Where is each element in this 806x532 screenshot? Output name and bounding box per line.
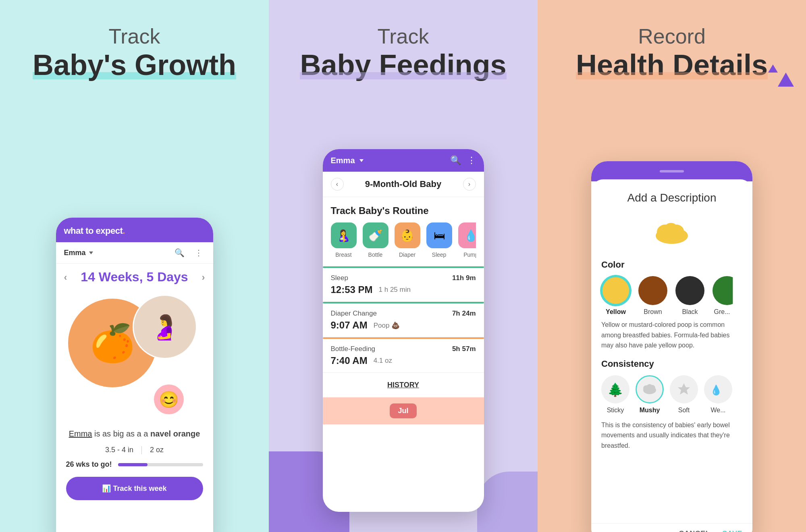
poop-icon-display — [601, 214, 742, 251]
save-button[interactable]: SAVE — [722, 530, 742, 532]
mushy-circle[interactable] — [636, 375, 664, 403]
phone-mockup-2: Emma 🔍 ⋮ ‹ 9-Month-Old Baby › Track Baby… — [323, 149, 484, 512]
bottle-button[interactable]: 🍼 Bottle — [363, 222, 388, 258]
svg-point-8 — [647, 384, 652, 389]
search-icon[interactable]: 🔍 — [173, 246, 186, 259]
weeks-progress: 26 wks to go! — [56, 460, 213, 469]
weeks-text: 14 Weeks, 5 Days — [81, 270, 188, 285]
panel2-title: Baby Feedings — [300, 48, 506, 81]
consistency-description: This is the consistency of babies' early… — [601, 420, 742, 451]
baby-illustration: 🍊 🤰 😊 — [56, 291, 213, 428]
bottle-time: 7:40 AM — [331, 355, 368, 366]
diaper-label: Diaper Change — [331, 310, 377, 318]
sleep-tracker-item: Sleep 11h 9m 12:53 PM 1 h 25 min — [323, 268, 484, 302]
diaper-time: 9:07 AM — [331, 320, 368, 331]
color-option-green[interactable]: Gre... — [713, 276, 731, 316]
diaper-detail: Poop 💩 — [374, 321, 400, 330]
diaper-button[interactable]: 👶 Diaper — [395, 222, 420, 258]
color-option-black[interactable]: Black — [675, 276, 704, 316]
panel-growth: Track Baby's Growth what to expect. Emma… — [0, 0, 269, 532]
sleep-time: 12:53 PM — [331, 284, 373, 295]
health-card: Add a Description Color Yellow — [591, 179, 752, 523]
progress-bar-background — [118, 463, 203, 466]
app-header: what to expect. — [56, 218, 213, 242]
yellow-color-circle[interactable] — [601, 276, 630, 305]
chevron-down-icon — [359, 159, 364, 162]
calendar-section: Jul — [323, 397, 484, 424]
more-options-icon[interactable]: ⋮ — [192, 246, 205, 259]
color-option-yellow[interactable]: Yellow — [601, 276, 630, 316]
measurements: 3.5 - 4 in 2 oz — [56, 446, 213, 454]
user-dropdown[interactable]: Emma — [64, 249, 93, 257]
cancel-button[interactable]: CANCEL — [679, 530, 710, 532]
consistency-options: 🌲 Sticky Mushy — [601, 375, 742, 414]
progress-bar-fill — [118, 463, 148, 466]
panel3-header: Record Health Details — [576, 24, 768, 81]
prev-week-button[interactable]: ‹ — [64, 272, 67, 283]
prev-page-button[interactable]: ‹ — [331, 178, 344, 191]
bottle-duration: 5h 57m — [452, 345, 476, 353]
baby-photo: 🤰 — [133, 295, 197, 359]
svg-marker-9 — [678, 383, 690, 395]
more-icon[interactable]: ⋮ — [467, 155, 476, 166]
panel1-track-label: Track — [33, 24, 236, 48]
search-icon[interactable]: 🔍 — [450, 155, 461, 166]
panel-health: Record Health Details Add a Description — [538, 0, 806, 532]
phone3-footer: CANCEL SAVE — [591, 523, 752, 532]
phone2-user[interactable]: Emma — [331, 156, 364, 165]
sleep-detail: 1 h 25 min — [379, 286, 411, 294]
triangle-decoration-2 — [768, 64, 778, 73]
history-link[interactable]: HISTORY — [323, 373, 484, 397]
notch — [660, 170, 684, 172]
phone-sub-header: Emma 🔍 ⋮ — [56, 242, 213, 264]
consistency-sticky[interactable]: 🌲 Sticky — [601, 375, 629, 414]
phone-mockup-1: what to expect. Emma 🔍 ⋮ ‹ 14 Weeks, 5 D… — [56, 218, 213, 532]
tracker-section: Sleep 11h 9m 12:53 PM 1 h 25 min Diaper … — [323, 266, 484, 373]
routine-title: Track Baby's Routine — [331, 205, 476, 216]
next-week-button[interactable]: › — [202, 272, 205, 283]
svg-text:💧: 💧 — [710, 384, 722, 396]
app-logo: what to expect. — [64, 226, 205, 236]
sleep-button[interactable]: 🛏 Sleep — [426, 222, 452, 258]
phone-mockup-3: Add a Description Color Yellow — [591, 161, 752, 532]
purple-blob-right — [477, 472, 538, 532]
panel3-record-label: Record — [576, 24, 768, 48]
breast-button[interactable]: 🤱 Breast — [331, 222, 357, 258]
baby-face-icon: 😊 — [153, 383, 185, 416]
black-color-circle[interactable] — [675, 276, 704, 305]
phone2-nav: ‹ 9-Month-Old Baby › — [323, 172, 484, 197]
weeks-display: ‹ 14 Weeks, 5 Days › — [56, 264, 213, 291]
panel2-track-label: Track — [300, 24, 506, 48]
triangle-decoration-1 — [778, 73, 794, 87]
bottle-tracker-item: Bottle-Feeding 5h 57m 7:40 AM 4.1 oz — [323, 339, 484, 373]
consistency-heading: Consistency — [601, 359, 742, 369]
pump-button[interactable]: 💧 Pump — [458, 222, 476, 258]
sticky-circle[interactable]: 🌲 — [601, 375, 629, 403]
consistency-soft[interactable]: Soft — [670, 375, 698, 414]
header-icons: 🔍 ⋮ — [173, 246, 205, 259]
panel-feedings: Track Baby Feedings Emma 🔍 ⋮ ‹ 9-Month-O… — [269, 0, 538, 532]
green-color-circle[interactable] — [713, 276, 742, 305]
size-text: Emma is as big as a a navel orange — [56, 428, 213, 440]
sleep-label: Sleep — [331, 274, 348, 282]
panel1-title: Baby's Growth — [33, 48, 236, 81]
well-formed-circle[interactable]: 💧 — [704, 375, 732, 403]
next-page-button[interactable]: › — [463, 178, 476, 191]
chevron-down-icon — [89, 251, 93, 254]
panel3-title: Health Details — [576, 48, 768, 81]
phone2-header-icons: 🔍 ⋮ — [450, 155, 476, 166]
brown-color-circle[interactable] — [638, 276, 667, 305]
color-section-heading: Color — [601, 260, 742, 270]
track-button[interactable]: 📊 Track this week — [66, 477, 203, 500]
fruit-size: navel orange — [150, 429, 200, 438]
baby-age: 9-Month-Old Baby — [365, 179, 441, 189]
baby-name: Emma — [69, 429, 92, 438]
soft-circle[interactable] — [670, 375, 698, 403]
color-option-brown[interactable]: Brown — [638, 276, 667, 316]
sleep-duration: 11h 9m — [452, 274, 476, 282]
consistency-well-formed[interactable]: 💧 We... — [704, 375, 732, 414]
color-options: Yellow Brown Black Gre... — [601, 276, 742, 316]
svg-text:🌲: 🌲 — [607, 382, 623, 397]
phone3-status-bar — [591, 161, 752, 181]
consistency-mushy[interactable]: Mushy — [636, 375, 664, 414]
